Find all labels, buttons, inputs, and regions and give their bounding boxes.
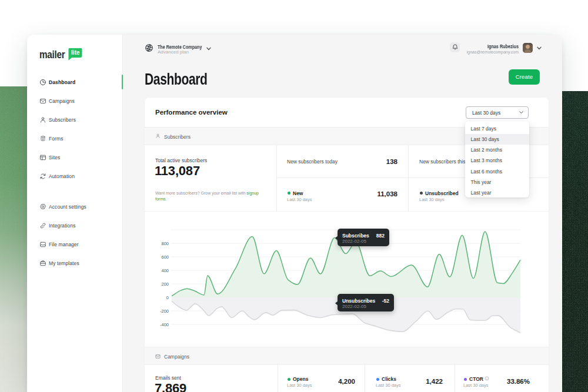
- svg-text:600: 600: [161, 254, 169, 260]
- svg-text:-400: -400: [160, 322, 169, 327]
- svg-text:800: 800: [161, 241, 169, 246]
- svg-text:lite: lite: [71, 49, 80, 56]
- svg-text:mailer: mailer: [39, 49, 65, 61]
- svg-text:-200: -200: [160, 309, 169, 314]
- svg-text:0: 0: [166, 295, 169, 300]
- svg-text:200: 200: [161, 282, 169, 287]
- svg-text:400: 400: [161, 268, 169, 273]
